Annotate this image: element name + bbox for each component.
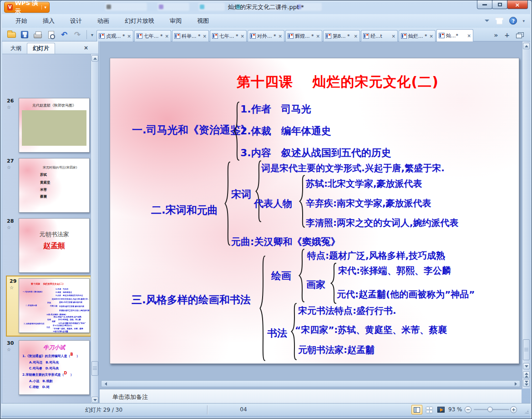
tab-close-icon[interactable]: × [203,34,207,39]
section3-label[interactable]: 三.风格多样的绘画和书法 [132,293,251,307]
zoom-out-button[interactable]: − [465,406,471,413]
vertical-scrollbar[interactable] [522,41,530,388]
doc-tab[interactable]: 科举... *× [172,30,209,41]
tab-close-icon[interactable]: × [316,34,320,39]
section1-item[interactable]: 3.内容 叙述从战国到五代的历史 [240,146,391,160]
menu-item-view[interactable]: 视图 [197,17,209,25]
menu-item-design[interactable]: 设计 [70,17,82,25]
scroll-right-button[interactable] [512,381,519,386]
tab-close-icon[interactable]: × [127,34,131,39]
shufa-item[interactable]: 元朝书法家:赵孟黼 [298,344,375,356]
slide-thumbnail-27[interactable]: 宋元时期的书法(宋四家) 苏轼 黄庭坚 米芾 蔡襄 [19,158,90,213]
shufa-item[interactable]: “宋四家”:苏轼、黄庭坚、米芾、蔡襄 [295,324,447,336]
songci-label[interactable]: 宋词 [231,188,251,201]
scroll-left-button[interactable] [102,381,109,386]
ci-description[interactable]: 词是宋代主要的文学形式.兴起于唐,繁盛于宋. [261,162,445,174]
yuanqu-line[interactable]: 元曲:关汉卿和《窦娥冤》 [231,235,340,248]
doc-tab-active[interactable]: 灿...*× [436,29,473,41]
doc-tab[interactable]: 辉煌... *× [285,30,322,41]
huihua-label[interactable]: 绘画 [271,269,291,283]
panel-scrollbar[interactable] [91,54,98,404]
slide-title[interactable]: 第十四课 灿烂的宋元文化(二) [165,73,511,92]
scrollbar-thumb[interactable] [523,339,530,360]
menu-item-slideshow[interactable]: 幻灯片放映 [125,17,154,25]
menu-item-animation[interactable]: 动画 [97,17,109,25]
doc-tab[interactable]: 灿烂... *× [399,30,436,41]
tab-close-icon[interactable]: × [354,34,358,39]
yuandai-line[interactable]: 元代:赵孟黼(他的画被称为”神品” [337,288,475,301]
section1-item[interactable]: 2.体裁 编年体通史 [240,124,331,138]
tab-close-icon[interactable]: × [467,33,471,38]
resize-grip[interactable] [523,409,529,414]
section2-label[interactable]: 二.宋词和元曲 [151,203,218,217]
doc-tab[interactable]: 第8... *× [323,30,360,41]
next-slide-button[interactable] [523,379,530,387]
print-preview-button[interactable] [46,30,56,40]
doc-tab[interactable]: 对外... *× [248,30,284,41]
menu-item-home[interactable]: 开始 [15,17,27,25]
doc-tab[interactable]: 经...t× [361,30,398,41]
tab-outline[interactable]: 大纲 [5,43,27,54]
tab-close-icon[interactable]: × [279,34,282,39]
menu-item-review[interactable]: 审阅 [170,17,182,25]
doc-tab[interactable]: 贞观... *× [96,30,133,41]
tab-close-icon[interactable]: × [430,34,433,39]
slide-thumbnail-29[interactable]: 第十四课 灿烂的宋元文化(二) 一.司马光和《资治通鉴》 1.作者 司马光 2.… [19,278,90,333]
daibiao-label[interactable]: 代表人物 [254,197,292,210]
arrange-windows-icon[interactable] [516,32,524,38]
horizontal-scrollbar[interactable] [101,380,520,387]
save-button[interactable] [20,30,30,40]
slide-thumbnail-26[interactable]: 元代赵孟頫《秋郊饮马图》 [19,98,90,153]
panel-close-icon[interactable]: × [84,45,88,51]
slide-thumbnail-28[interactable]: 元朝书法家 赵孟頫 [19,218,90,273]
tab-close-icon[interactable]: × [241,34,244,39]
wps-app-button[interactable]: V WPS 演示 ▾ [4,2,50,13]
rep-item[interactable]: 辛弃疾:南宋文学家,豪放派代表 [306,197,431,210]
doc-tab[interactable]: 七年... *× [210,30,247,41]
close-button[interactable]: × [507,0,528,9]
doc-tab[interactable]: 七年... *× [134,30,171,41]
shufa-item[interactable]: 宋元书法特点:盛行行书. [298,305,396,317]
help-button[interactable]: ? [509,17,517,25]
huajia-label[interactable]: 画家 [306,278,325,291]
zoom-slider-thumb[interactable] [487,407,493,412]
slide-canvas[interactable]: 第十四课 灿烂的宋元文化(二) 一.司马光和《资治通鉴》 1.作者 司马光 2.… [110,58,519,364]
zoom-in-button[interactable]: + [510,406,517,413]
new-tab-icon[interactable]: + [504,31,510,39]
slide-animation-star-icon: ☆ [7,347,11,352]
skin-theme-icon[interactable] [495,17,504,25]
open-file-button[interactable] [6,30,16,40]
panel-scroll-up-button[interactable] [91,55,98,61]
rep-item[interactable]: 李清照:两宋之交的女词人,婉约派代表 [306,217,459,229]
slide-thumbnail-30[interactable]: 牛刀小试 1.《资治通鉴》的主持编写人是（B ） A.司马迁 B.司马光 C.司… [19,340,90,395]
panel-scrollbar-thumb[interactable] [91,361,98,376]
maximize-button[interactable] [492,0,507,9]
minimize-button[interactable] [477,0,492,9]
tab-close-icon[interactable]: × [392,34,395,39]
menu-item-insert[interactable]: 插入 [43,17,55,25]
tedian-line[interactable]: 特点:题材广泛,风格多样,技巧成熟 [307,250,445,262]
notes-placeholder[interactable]: 单击添加备注 [112,393,148,401]
rep-item[interactable]: 苏轼:北宋文学家,豪放派代表 [306,178,422,190]
redo-button[interactable]: ↷ [72,30,82,40]
scroll-down-button[interactable] [523,363,530,369]
section1-item[interactable]: 1.作者 司马光 [240,102,311,116]
normal-view-button[interactable] [411,405,422,414]
wps-app-button-caret-icon[interactable]: ▾ [41,5,46,10]
tab-slides[interactable]: 幻灯片 [27,43,55,54]
slide-sorter-button[interactable] [424,405,435,414]
shufa-label[interactable]: 书法 [267,327,287,340]
undo-button[interactable]: ↶ [59,30,69,40]
previous-slide-button[interactable] [523,371,530,378]
collapse-ribbon-icon[interactable] [485,20,489,22]
songdai-line[interactable]: 宋代:张择端、郭熙、李公麟 [338,265,451,277]
more-tools-icon[interactable]: ▾ [91,32,93,37]
slideshow-button[interactable] [436,405,446,414]
notes-pane[interactable]: 单击添加备注 [99,388,522,404]
panel-scroll-down-button[interactable] [91,397,98,403]
print-button[interactable] [33,30,43,40]
tab-close-icon[interactable]: × [165,34,169,39]
scroll-up-button[interactable] [523,43,530,49]
help-caret-icon[interactable]: ▾ [522,19,525,23]
scroll-tabs-right-icon[interactable]: » [494,31,498,39]
